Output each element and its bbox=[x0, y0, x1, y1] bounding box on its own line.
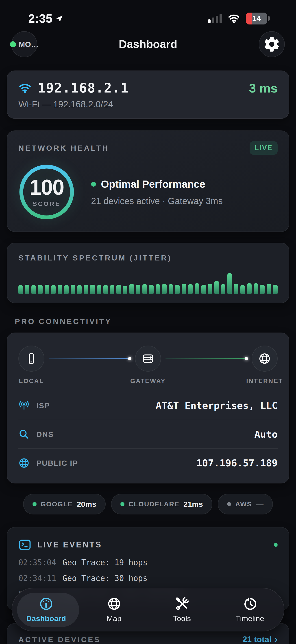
monitor-button-label: MO… bbox=[19, 40, 39, 49]
jitter-bar bbox=[129, 284, 134, 294]
jitter-bar bbox=[208, 284, 212, 294]
score-ring-center: 100 SCORE bbox=[18, 164, 75, 220]
jitter-bar bbox=[90, 285, 95, 294]
jitter-bar bbox=[188, 284, 193, 294]
gateway-latency: 3 ms bbox=[249, 81, 278, 96]
devices-total-text: 21 total bbox=[242, 635, 272, 644]
event-row: 02:34:11 Geo Trace: 30 hops bbox=[18, 574, 278, 583]
jitter-bar bbox=[51, 285, 56, 294]
tab-label: Dashboard bbox=[26, 614, 66, 623]
jitter-bar bbox=[201, 285, 206, 294]
battery-icon: 14 bbox=[246, 12, 270, 24]
jitter-bar bbox=[247, 284, 251, 294]
jitter-bar bbox=[77, 285, 82, 294]
tab-timeline[interactable]: Timeline bbox=[216, 596, 284, 623]
chip-value: 20ms bbox=[77, 500, 96, 508]
connectivity-card: LOCAL GATEWAY INTERNET ISP AT&T Enterpri… bbox=[7, 332, 289, 484]
live-badge: LIVE bbox=[250, 141, 278, 155]
jitter-bar bbox=[58, 285, 62, 294]
chip-name: AWS bbox=[235, 500, 252, 508]
page-title: Dashboard bbox=[11, 38, 285, 51]
jitter-bar bbox=[162, 284, 167, 294]
tab-map[interactable]: Map bbox=[80, 596, 148, 623]
live-events-title: LIVE EVENTS bbox=[37, 540, 102, 550]
public-ip-row: PUBLIC IP 107.196.57.189 bbox=[18, 448, 278, 477]
online-dot-icon bbox=[10, 41, 16, 48]
tab-tools[interactable]: Tools bbox=[148, 596, 216, 623]
battery-level-fill bbox=[246, 12, 252, 24]
live-events-header: LIVE EVENTS bbox=[18, 538, 278, 551]
tabs: Dashboard Map Tools bbox=[12, 588, 284, 631]
health-status-block: Optimal Performance 21 devices active · … bbox=[91, 178, 223, 206]
connectivity-node-labels: LOCAL GATEWAY INTERNET bbox=[18, 378, 278, 385]
event-time: 02:34:11 bbox=[18, 574, 56, 583]
signal-bar bbox=[220, 14, 222, 23]
app-header: Dashboard MO… bbox=[11, 31, 285, 58]
cell-signal-icon bbox=[208, 14, 222, 23]
antenna-icon bbox=[18, 400, 30, 411]
jitter-bar bbox=[182, 284, 186, 294]
gateway-ip: 192.168.2.1 bbox=[38, 80, 129, 96]
dns-row: DNS Auto bbox=[18, 420, 278, 448]
jitter-bar bbox=[240, 285, 245, 294]
settings-button[interactable] bbox=[259, 31, 285, 57]
jitter-bar bbox=[234, 284, 238, 294]
jitter-bar bbox=[214, 281, 219, 294]
jitter-bar bbox=[103, 285, 108, 294]
globe-icon bbox=[107, 596, 121, 611]
jitter-bar bbox=[38, 285, 42, 294]
google-ping-chip[interactable]: GOOGLE 20ms bbox=[23, 494, 106, 514]
tab-label: Map bbox=[107, 614, 121, 623]
isp-label: ISP bbox=[36, 401, 50, 410]
tools-icon bbox=[175, 596, 189, 611]
globe-icon bbox=[18, 458, 30, 469]
status-right: 14 bbox=[208, 12, 270, 24]
cloudflare-ping-chip[interactable]: CLOUDFLARE 21ms bbox=[111, 494, 212, 514]
network-health-body: 100 SCORE Optimal Performance 21 devices… bbox=[18, 164, 278, 220]
gateway-node bbox=[135, 346, 161, 372]
location-arrow-icon bbox=[55, 15, 63, 23]
gateway-internet-link bbox=[165, 358, 247, 359]
gateway-card-top: 192.168.2.1 3 ms bbox=[18, 80, 278, 96]
status-dot-icon bbox=[32, 502, 36, 506]
signal-bar bbox=[212, 18, 214, 23]
live-dot-icon bbox=[274, 543, 278, 547]
event-row: 02:35:04 Geo Trace: 19 hops bbox=[18, 558, 278, 567]
jitter-bar bbox=[84, 285, 88, 294]
status-dot-icon bbox=[120, 502, 125, 506]
health-status-detail: 21 devices active · Gateway 3ms bbox=[91, 196, 223, 206]
router-icon bbox=[142, 352, 154, 365]
jitter-bar bbox=[143, 284, 147, 294]
jitter-bar bbox=[136, 285, 140, 294]
internet-node-label: INTERNET bbox=[252, 378, 278, 385]
devices-total-link[interactable]: 21 total › bbox=[242, 635, 278, 644]
battery-body: 14 bbox=[246, 12, 267, 24]
search-icon bbox=[18, 429, 30, 440]
gateway-node-label: GATEWAY bbox=[135, 378, 161, 385]
phone-icon bbox=[25, 352, 38, 365]
signal-bar bbox=[208, 19, 211, 23]
dns-label: DNS bbox=[36, 430, 54, 439]
jitter-bar bbox=[123, 286, 127, 294]
app-screen: 2:35 14 bbox=[0, 0, 296, 644]
status-dot-icon bbox=[91, 182, 96, 186]
timeline-clock-icon bbox=[243, 596, 257, 611]
battery-nub bbox=[268, 16, 270, 21]
local-gateway-link bbox=[49, 358, 131, 359]
jitter-bar bbox=[169, 284, 173, 294]
network-health-header: NETWORK HEALTH LIVE bbox=[18, 141, 278, 155]
tab-dashboard[interactable]: Dashboard bbox=[12, 596, 80, 623]
monitor-status-button[interactable]: MO… bbox=[11, 31, 37, 57]
public-ip-label: PUBLIC IP bbox=[36, 459, 78, 468]
jitter-bar bbox=[110, 285, 114, 294]
local-node bbox=[18, 346, 44, 372]
health-score: 100 bbox=[29, 176, 64, 198]
isp-value: AT&T Enterprises, LLC bbox=[156, 400, 278, 411]
jitter-bar bbox=[221, 284, 225, 294]
jitter-bar bbox=[195, 284, 199, 294]
aws-ping-chip[interactable]: AWS — bbox=[218, 494, 273, 514]
battery-percent: 14 bbox=[252, 14, 261, 23]
health-status-row: Optimal Performance bbox=[91, 178, 223, 190]
gateway-card[interactable]: 192.168.2.1 3 ms Wi-Fi — 192.168.2.0/24 bbox=[7, 70, 289, 119]
jitter-bars bbox=[18, 272, 278, 294]
